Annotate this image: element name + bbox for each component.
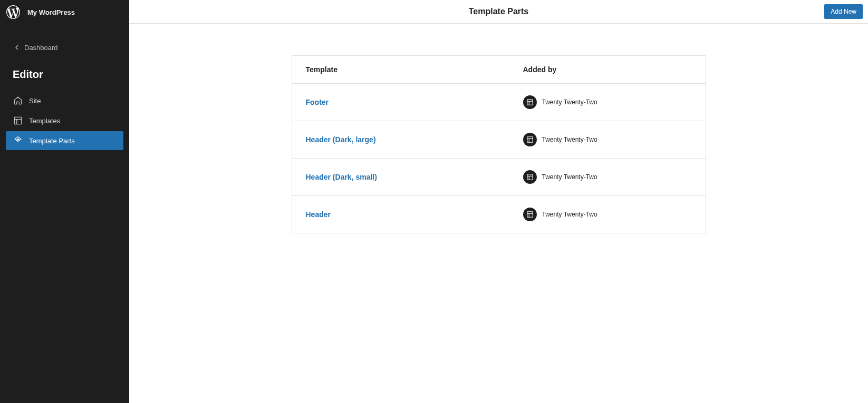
theme-icon [523, 208, 537, 221]
template-link[interactable]: Footer [306, 98, 329, 106]
template-link[interactable]: Header [306, 210, 331, 219]
table-row: Header (Dark, large) Twenty Twenty-Two [292, 121, 706, 159]
template-cell: Footer [306, 97, 523, 107]
added-by-cell: Twenty Twenty-Two [523, 133, 692, 146]
table-row: Header Twenty Twenty-Two [292, 196, 706, 233]
nav-item-label: Site [29, 97, 41, 105]
sidebar-header: My WordPress [0, 0, 129, 24]
add-new-button[interactable]: Add New [824, 4, 863, 19]
template-link[interactable]: Header (Dark, small) [306, 173, 377, 181]
content-area: Template Added by Footer Twenty Twenty-T… [129, 24, 868, 403]
svg-rect-6 [527, 137, 533, 143]
layout-icon [13, 116, 23, 125]
theme-icon [523, 170, 537, 184]
site-title[interactable]: My WordPress [27, 8, 75, 16]
added-by-cell: Twenty Twenty-Two [523, 170, 692, 184]
dashboard-label: Dashboard [24, 44, 58, 52]
nav-item-templates[interactable]: Templates [6, 111, 123, 130]
template-parts-table: Template Added by Footer Twenty Twenty-T… [292, 55, 706, 233]
theme-icon [523, 95, 537, 109]
table-row: Header (Dark, small) Twenty Twenty-Two [292, 159, 706, 196]
template-parts-icon [13, 136, 23, 145]
added-by-cell: Twenty Twenty-Two [523, 208, 692, 221]
wordpress-logo-icon[interactable] [6, 5, 20, 19]
template-cell: Header [306, 210, 523, 219]
page-title: Template Parts [469, 7, 529, 16]
column-header-template: Template [306, 65, 523, 74]
editor-section-title: Editor [0, 68, 129, 91]
added-by-cell: Twenty Twenty-Two [523, 95, 692, 109]
nav-item-site[interactable]: Site [6, 91, 123, 110]
theme-name: Twenty Twenty-Two [542, 99, 597, 106]
theme-name: Twenty Twenty-Two [542, 136, 597, 143]
nav-item-template-parts[interactable]: Template Parts [6, 131, 123, 150]
theme-name: Twenty Twenty-Two [542, 173, 597, 181]
main-panel: Template Parts Add New Template Added by… [129, 0, 868, 403]
nav-list: Site Templates Template Parts [0, 91, 129, 151]
svg-rect-12 [527, 212, 533, 218]
column-header-added-by: Added by [523, 65, 692, 74]
template-cell: Header (Dark, small) [306, 172, 523, 182]
chevron-left-icon [13, 43, 21, 52]
dashboard-link[interactable]: Dashboard [0, 39, 129, 56]
table-row: Footer Twenty Twenty-Two [292, 84, 706, 121]
svg-rect-0 [14, 117, 22, 124]
table-header: Template Added by [292, 56, 706, 84]
nav-item-label: Templates [29, 117, 60, 125]
nav-item-label: Template Parts [29, 137, 75, 145]
theme-icon [523, 133, 537, 146]
theme-name: Twenty Twenty-Two [542, 211, 597, 218]
template-cell: Header (Dark, large) [306, 135, 523, 144]
sidebar: My WordPress Dashboard Editor Site Templ… [0, 0, 129, 403]
template-link[interactable]: Header (Dark, large) [306, 135, 376, 144]
svg-rect-9 [527, 174, 533, 180]
home-icon [13, 96, 23, 105]
svg-rect-3 [527, 100, 533, 105]
main-header: Template Parts Add New [129, 0, 868, 24]
